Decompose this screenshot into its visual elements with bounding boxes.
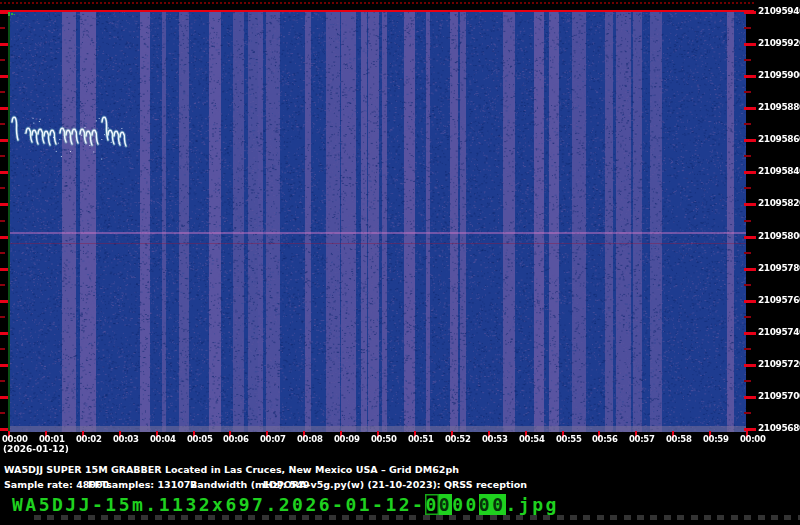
- time-tick-label: 00:56: [592, 434, 618, 444]
- grabber-info-line: WA5DJJ SUPER 15M GRABBER Located in Las …: [4, 464, 459, 475]
- freq-minor-tick-right: [744, 59, 751, 61]
- freq-major-tick-right: [744, 139, 756, 142]
- freq-major-tick-left: [0, 43, 8, 46]
- freq-major-tick-left: [0, 428, 8, 431]
- freq-major-tick-right: [744, 268, 756, 271]
- freq-minor-tick-right: [744, 316, 751, 318]
- freq-major-tick-right: [744, 43, 756, 46]
- freq-minor-tick-right: [744, 155, 751, 157]
- freq-minor-tick-left: [0, 220, 5, 222]
- time-tick-label: 00:03: [113, 434, 139, 444]
- freq-tick-label: 21095700: [758, 391, 800, 401]
- time-tick-label: 00:50: [371, 434, 397, 444]
- freq-major-tick-left: [0, 300, 8, 303]
- freq-tick-label: 21095900: [758, 70, 800, 80]
- grabber-screenshot: 2109594021095920210959002109588021095860…: [0, 0, 800, 525]
- time-tick-label: 00:57: [629, 434, 655, 444]
- filename-suffix: .jpg: [506, 494, 559, 515]
- freq-minor-tick-left: [0, 284, 5, 286]
- freq-tick-label: 21095840: [758, 166, 800, 176]
- time-tick-label: 00:59: [703, 434, 729, 444]
- freq-tick-label: 21095800: [758, 231, 800, 241]
- time-tick-label: 00:01: [39, 434, 65, 444]
- freq-major-tick-right: [744, 107, 756, 110]
- freq-minor-tick-right: [744, 412, 751, 414]
- freq-tick-label: 21095880: [758, 102, 800, 112]
- freq-minor-tick-right: [744, 220, 751, 222]
- freq-major-tick-left: [0, 203, 8, 206]
- freq-major-tick-right: [744, 236, 756, 239]
- freq-major-tick-left: [0, 268, 8, 271]
- freq-major-tick-right: [744, 75, 756, 78]
- freq-minor-tick-left: [0, 252, 5, 254]
- freq-major-tick-right: [744, 171, 756, 174]
- software-version-text: LOPORA-v5g.py(w) (21-10-2023): QRSS rece…: [263, 479, 527, 490]
- freq-major-tick-left: [0, 332, 8, 335]
- filename-digit: 0: [479, 494, 492, 515]
- freq-minor-tick-right: [744, 284, 751, 286]
- filename-timestamp-digits: 000000: [425, 494, 505, 515]
- freq-tick-label: 21095940: [758, 6, 800, 16]
- freq-tick-label: 21095780: [758, 263, 800, 273]
- filename-digit: 0: [439, 494, 452, 515]
- filename-digit: 0: [452, 494, 465, 515]
- freq-minor-tick-left: [0, 155, 5, 157]
- image-filename-text: WA5DJJ-15m.1132x697.2026-01-12-000000.jp…: [12, 494, 559, 515]
- freq-minor-tick-right: [744, 187, 751, 189]
- freq-tick-label: 21095920: [758, 38, 800, 48]
- freq-tick-label: 21095820: [758, 198, 800, 208]
- freq-major-tick-right: [744, 203, 756, 206]
- top-dashed-marker-line: [0, 2, 754, 4]
- time-tick-label: 00:55: [556, 434, 582, 444]
- time-tick-label: 00:53: [482, 434, 508, 444]
- date-label: (2026-01-12): [3, 444, 69, 454]
- dotted-underline-row: [34, 515, 800, 520]
- freq-minor-tick-left: [0, 380, 5, 382]
- freq-minor-tick-left: [0, 412, 5, 414]
- freq-major-tick-left: [0, 75, 8, 78]
- time-tick-label: 00:02: [76, 434, 102, 444]
- freq-minor-tick-right: [744, 348, 751, 350]
- freq-minor-tick-left: [0, 187, 5, 189]
- freq-minor-tick-right: [744, 27, 751, 29]
- filename-digit: 0: [425, 494, 438, 515]
- time-tick-label: 00:54: [519, 434, 545, 444]
- freq-major-tick-left: [0, 107, 8, 110]
- freq-tick-label: 21095720: [758, 359, 800, 369]
- freq-minor-tick-right: [744, 123, 751, 125]
- freq-minor-tick-right: [744, 380, 751, 382]
- freq-tick-label: 21095860: [758, 134, 800, 144]
- freq-tick-label: 21095680: [758, 423, 800, 433]
- time-tick-label: 00:06: [223, 434, 249, 444]
- fft-samples-text: FFTsamples: 131072: [88, 479, 197, 490]
- spectrogram-canvas: [8, 12, 746, 432]
- freq-major-tick-left: [0, 11, 8, 14]
- freq-major-tick-left: [0, 396, 8, 399]
- freq-minor-tick-left: [0, 59, 5, 61]
- time-tick-label: 00:05: [187, 434, 213, 444]
- freq-major-tick-left: [0, 139, 8, 142]
- freq-minor-tick-left: [0, 316, 5, 318]
- filename-prefix: WA5DJJ-15m.1132x697.2026-01-12-: [12, 494, 425, 515]
- freq-minor-tick-left: [0, 91, 5, 93]
- freq-minor-tick-right: [744, 252, 751, 254]
- time-tick-label: 00:00: [740, 434, 766, 444]
- freq-minor-tick-left: [0, 348, 5, 350]
- freq-minor-tick-left: [0, 27, 5, 29]
- filename-digit: 0: [492, 494, 505, 515]
- time-tick-label: 00:04: [150, 434, 176, 444]
- time-tick-label: 00:58: [666, 434, 692, 444]
- time-tick-label: 00:09: [334, 434, 360, 444]
- time-tick-label: 00:07: [260, 434, 286, 444]
- freq-major-tick-right: [744, 11, 756, 14]
- time-tick-label: 00:00: [2, 434, 28, 444]
- freq-tick-label: 21095760: [758, 295, 800, 305]
- freq-major-tick-right: [744, 396, 756, 399]
- freq-minor-tick-right: [744, 91, 751, 93]
- freq-tick-label: 21095740: [758, 327, 800, 337]
- time-tick-label: 00:51: [408, 434, 434, 444]
- freq-major-tick-right: [744, 332, 756, 335]
- filename-digit: 0: [465, 494, 478, 515]
- freq-minor-tick-left: [0, 123, 5, 125]
- freq-major-tick-right: [744, 300, 756, 303]
